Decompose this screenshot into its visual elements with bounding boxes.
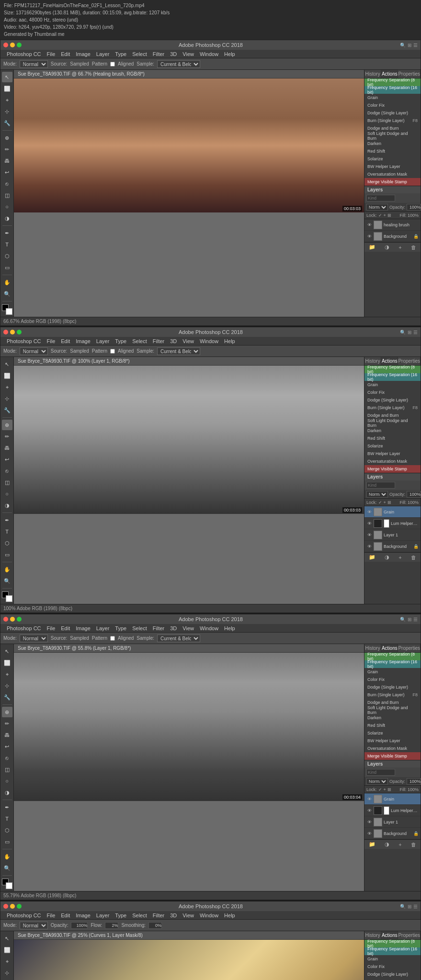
crop-tool-4[interactable]: ⊹ xyxy=(2,968,12,978)
sample-select-1[interactable]: Current & Below xyxy=(157,60,200,68)
dodge-tool-2[interactable]: ◑ xyxy=(2,500,12,511)
mode-select-4[interactable]: Normal xyxy=(20,922,48,929)
doc-tab-1[interactable]: Sue Bryce_T8A9930.TIF @ 66.7% (Healing b… xyxy=(14,70,364,78)
fg-bg-swatch-3[interactable] xyxy=(2,879,12,889)
layer-item-grain-3[interactable]: 👁 Grain xyxy=(364,793,421,805)
menu-select-2[interactable]: Select xyxy=(130,338,149,344)
lock-icon-3c[interactable]: ⊞ xyxy=(387,787,391,792)
action-solarize-3[interactable]: Solarize xyxy=(364,729,421,737)
layer-eye-lum-2[interactable]: 👁 xyxy=(366,521,372,526)
tab-properties-3[interactable]: Properties xyxy=(398,644,421,652)
action-dodge-4[interactable]: Dodge (Single Layer) xyxy=(364,970,421,978)
gradient-tool-1[interactable]: ◫ xyxy=(2,190,12,200)
lasso-tool-4[interactable]: ⌖ xyxy=(2,956,12,967)
menu-file-4[interactable]: File xyxy=(45,913,58,918)
action-burn-1[interactable]: Burn (Single Layer)F8 xyxy=(364,117,421,124)
menu-help-1[interactable]: Help xyxy=(222,51,238,57)
menu-3d-4[interactable]: 3D xyxy=(168,913,179,918)
maximize-button-3[interactable] xyxy=(17,617,22,622)
eraser-tool-2[interactable]: ⎋ xyxy=(2,466,12,476)
layer-item-healingbrush-1[interactable]: 👁 healing brush xyxy=(364,219,421,231)
layer-eye-bg-1[interactable]: 👁 xyxy=(366,234,372,239)
text-tool-2[interactable]: T xyxy=(2,526,12,537)
tab-history-4[interactable]: History xyxy=(364,931,381,939)
action-colorfix-3[interactable]: Color Fix xyxy=(364,676,421,683)
canvas-wrapper-4[interactable]: 00:03:07 xyxy=(14,940,364,980)
action-darken-1[interactable]: Darken xyxy=(364,140,421,147)
action-redshift-2[interactable]: Red Shift xyxy=(364,434,421,442)
fg-bg-swatch-2[interactable] xyxy=(2,591,12,602)
action-burn-4[interactable]: Burn (Single Layer)F8 xyxy=(364,978,421,980)
action-merge-3[interactable]: Merge Visible Stamp xyxy=(364,752,421,760)
action-solarize-1[interactable]: Solarize xyxy=(364,155,421,163)
arrange-icon-1[interactable]: ⊞ xyxy=(408,43,411,48)
shape-tool-3[interactable]: ▭ xyxy=(2,836,12,847)
mode-select-1[interactable]: Normal xyxy=(20,60,48,68)
sample-select-3[interactable]: Current & Below xyxy=(157,635,200,642)
gradient-tool-2[interactable]: ◫ xyxy=(2,477,12,488)
lock-pixel-icon-1[interactable]: ✓ xyxy=(378,213,382,218)
menu-view-4[interactable]: View xyxy=(180,913,196,918)
menu-window-1[interactable]: Window xyxy=(197,51,221,57)
action-merge-1[interactable]: Merge Visible Stamp xyxy=(364,178,421,186)
new-group-btn-1[interactable]: 📁 xyxy=(369,244,375,250)
arrange-icon-3[interactable]: ⊞ xyxy=(408,617,411,622)
crop-tool-3[interactable]: ⊹ xyxy=(2,680,12,691)
layer-eye-bg-2[interactable]: 👁 xyxy=(366,544,372,549)
menu-photoshop-3[interactable]: Photoshop CC xyxy=(4,625,44,631)
layer-item-bg-2[interactable]: 👁 Background 🔒 xyxy=(364,541,421,552)
menu-layer-1[interactable]: Layer xyxy=(94,51,112,57)
maximize-button-2[interactable] xyxy=(17,330,22,334)
lock-pos-icon-1[interactable]: + xyxy=(384,213,386,218)
delete-layer-btn-2[interactable]: 🗑 xyxy=(411,555,416,560)
menu-view-3[interactable]: View xyxy=(180,625,196,631)
action-bwhelper-2[interactable]: BW Helper Layer xyxy=(364,450,421,457)
layer-eye-lum-3[interactable]: 👁 xyxy=(366,808,372,813)
lasso-tool-1[interactable]: ⌖ xyxy=(2,95,12,105)
search-icon-4[interactable]: 🔍 xyxy=(400,904,406,909)
lock-icon-2c[interactable]: ⊞ xyxy=(387,500,391,505)
hand-tool-3[interactable]: ✋ xyxy=(2,851,12,862)
action-colorfix-4[interactable]: Color Fix xyxy=(364,963,421,970)
action-darken-3[interactable]: Darken xyxy=(364,714,421,722)
menu-image-4[interactable]: Image xyxy=(73,913,93,918)
move-tool-4[interactable]: ↖ xyxy=(2,933,12,944)
layer-item-lum-2[interactable]: 👁 Lum Helper Layer xyxy=(364,518,421,529)
hand-tool-2[interactable]: ✋ xyxy=(2,564,12,575)
crop-tool-2[interactable]: ⊹ xyxy=(2,393,12,404)
action-darken-2[interactable]: Darken xyxy=(364,427,421,434)
menu-select-4[interactable]: Select xyxy=(130,913,149,918)
layer-mode-select-2[interactable]: Normal xyxy=(366,491,388,498)
close-button-1[interactable] xyxy=(3,43,8,47)
layer-eye-grain-2[interactable]: 👁 xyxy=(366,509,372,515)
menu-3d-3[interactable]: 3D xyxy=(168,625,179,631)
action-colorfix-1[interactable]: Color Fix xyxy=(364,101,421,109)
action-oversat-2[interactable]: Oversaturation Mask xyxy=(364,457,421,465)
tab-history-1[interactable]: History xyxy=(364,70,381,78)
action-oversat-1[interactable]: Oversaturation Mask xyxy=(364,170,421,178)
menu-filter-2[interactable]: Filter xyxy=(150,338,167,344)
menu-photoshop-1[interactable]: Photoshop CC xyxy=(4,51,44,57)
menu-layer-4[interactable]: Layer xyxy=(94,913,112,918)
action-softlight-1[interactable]: Soft Light Dodge and Burn xyxy=(364,132,421,140)
menu-window-3[interactable]: Window xyxy=(197,625,221,631)
lock-icon-2b[interactable]: + xyxy=(384,500,386,505)
action-redshift-1[interactable]: Red Shift xyxy=(364,147,421,155)
lock-icon-3b[interactable]: + xyxy=(384,787,386,792)
action-grain-2[interactable]: Grain xyxy=(364,381,421,389)
action-freq-16-3[interactable]: Frequency Separation (16 bit) xyxy=(364,660,421,668)
fg-bg-swatch-1[interactable] xyxy=(2,304,12,315)
tab-properties-4[interactable]: Properties xyxy=(398,931,421,939)
tab-actions-1[interactable]: Actions xyxy=(381,70,398,78)
menu-type-3[interactable]: Type xyxy=(113,625,129,631)
eraser-tool-3[interactable]: ⎋ xyxy=(2,753,12,763)
layer-mode-select-3[interactable]: Normal xyxy=(366,778,388,785)
blur-tool-3[interactable]: ○ xyxy=(2,776,12,786)
pen-tool-3[interactable]: ✒ xyxy=(2,802,12,813)
menu-icon-4[interactable]: ☰ xyxy=(413,904,418,909)
bg-swatch-3[interactable] xyxy=(6,882,12,889)
zoom-tool-3[interactable]: 🔍 xyxy=(2,863,12,873)
eraser-tool-1[interactable]: ⎋ xyxy=(2,178,12,189)
action-dodge-1[interactable]: Dodge (Single Layer) xyxy=(364,109,421,117)
action-dodge-3[interactable]: Dodge (Single Layer) xyxy=(364,683,421,691)
